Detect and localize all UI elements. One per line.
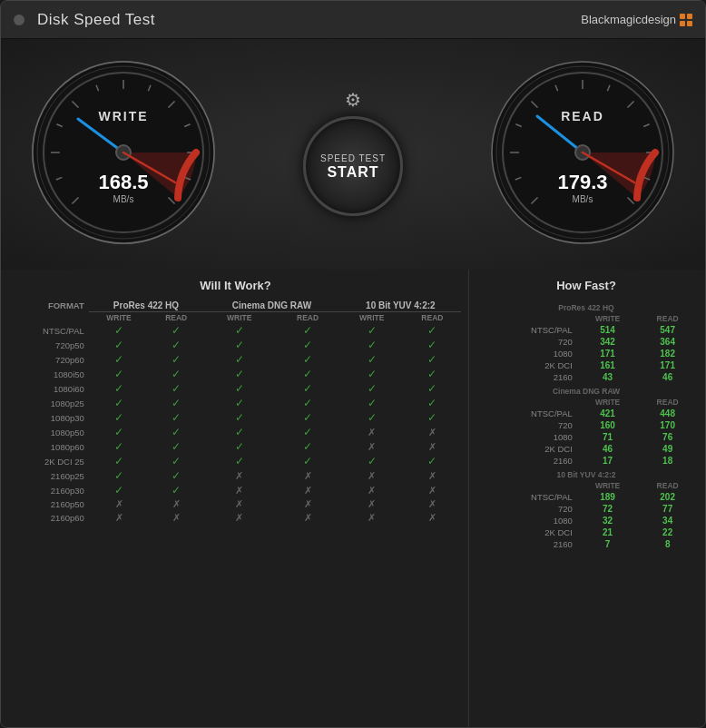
check-cell: ✓ (203, 454, 275, 468)
check-cell: ✓ (340, 367, 404, 381)
cross-cell: ✗ (149, 511, 203, 525)
table-row: 10803234 (476, 515, 696, 526)
cross-cell: ✗ (275, 511, 339, 525)
check-cell: ✓ (149, 468, 203, 483)
read-value-cell: 547 (639, 324, 696, 336)
format-cell: 2160p25 (10, 468, 89, 483)
table-row: 1080p25✓✓✓✓✓✓ (10, 396, 461, 410)
check-cell: ✓ (89, 439, 149, 454)
write-value-cell: 32 (576, 515, 640, 526)
check-cell: ✓ (89, 323, 149, 338)
format-header (476, 397, 576, 408)
format-cell: 2K DCI 25 (10, 454, 89, 468)
table-row: 2160p25✓✓✗✗✗✗ (10, 468, 461, 483)
write-header: WRITE (576, 480, 640, 491)
read-value-cell: 448 (639, 408, 696, 419)
read-value-cell: 18 (639, 455, 696, 467)
read-label: READ (561, 109, 604, 123)
read-header: READ (639, 313, 696, 324)
table-row: 2K DCI2122 (476, 526, 696, 538)
speed-test-button[interactable]: SPEED TEST START (303, 116, 403, 216)
read-value-cell: 171 (639, 359, 696, 371)
table-row: 2160p60✗✗✗✗✗✗ (10, 511, 461, 525)
format-cell: 1080p50 (10, 425, 89, 439)
check-cell: ✓ (404, 381, 461, 396)
how-fast-table: Cinema DNG RAWWRITEREADNTSC/PAL421448720… (476, 383, 696, 467)
gauges-section: WRITE 168.5 MB/s ⚙ SPEED TEST START (1, 39, 705, 270)
logo-dot (687, 14, 692, 19)
read-value-cell: 77 (639, 503, 696, 515)
read-value-cell: 182 (639, 348, 696, 359)
table-row: 2K DCI4649 (476, 443, 696, 455)
close-button[interactable] (14, 15, 25, 25)
check-cell: ✓ (203, 410, 275, 425)
table-row: 1080171182 (476, 348, 696, 359)
check-cell: ✓ (275, 323, 339, 338)
check-cell: ✓ (275, 410, 339, 425)
check-cell: ✓ (275, 352, 339, 367)
read-sub-2: READ (275, 312, 339, 324)
check-cell: ✓ (149, 381, 203, 396)
check-cell: ✓ (89, 425, 149, 439)
write-header: WRITE (576, 397, 640, 408)
cross-cell: ✗ (203, 511, 275, 525)
format-cell: 2160 (476, 455, 576, 467)
format-cell: 720 (476, 336, 576, 348)
write-value-cell: 421 (576, 408, 640, 419)
check-cell: ✓ (275, 425, 339, 439)
check-cell: ✓ (89, 352, 149, 367)
table-row: 720160170 (476, 419, 696, 431)
write-value-cell: 72 (576, 503, 640, 515)
cross-cell: ✗ (340, 483, 404, 497)
check-cell: ✓ (203, 396, 275, 410)
right-table: How Fast? ProRes 422 HQWRITEREADNTSC/PAL… (469, 270, 705, 727)
cross-cell: ✗ (404, 468, 461, 483)
read-value-cell: 170 (639, 419, 696, 431)
format-cell: 1080 (476, 515, 576, 526)
write-value-cell: 189 (576, 491, 640, 503)
check-cell: ✓ (89, 483, 149, 497)
write-value-cell: 342 (576, 336, 640, 348)
table-row: NTSC/PAL189202 (476, 491, 696, 503)
table-row: 1080p30✓✓✓✓✓✓ (10, 410, 461, 425)
check-cell: ✓ (89, 367, 149, 381)
cross-cell: ✗ (404, 483, 461, 497)
read-unit: MB/s (573, 194, 593, 204)
check-cell: ✓ (149, 338, 203, 352)
format-cell: 1080 (476, 348, 576, 359)
format-cell: 2K DCI (476, 526, 576, 538)
read-value-cell: 46 (639, 371, 696, 383)
read-value-cell: 364 (639, 336, 696, 348)
cross-cell: ✗ (89, 511, 149, 525)
check-cell: ✓ (203, 381, 275, 396)
format-cell: NTSC/PAL (476, 408, 576, 419)
cross-cell: ✗ (275, 468, 339, 483)
check-cell: ✓ (203, 425, 275, 439)
format-cell: 2160p60 (10, 511, 89, 525)
format-cell: 2K DCI (476, 359, 576, 371)
write-gauge-svg: WRITE 168.5 MB/s (28, 57, 219, 248)
read-value-cell: 76 (639, 431, 696, 443)
format-cell: 1080p60 (10, 439, 89, 454)
format-cell: 2160 (476, 538, 576, 550)
table-row: 1080p60✓✓✓✓✗✗ (10, 439, 461, 454)
table-row: NTSC/PAL421448 (476, 408, 696, 419)
format-cell: 720 (476, 503, 576, 515)
check-cell: ✓ (149, 367, 203, 381)
check-cell: ✓ (275, 338, 339, 352)
format-cell: 2160 (476, 371, 576, 383)
category-header: ProRes 422 HQ (476, 300, 696, 313)
cross-cell: ✗ (404, 511, 461, 525)
empty-th (10, 312, 89, 324)
table-row: 2160p30✓✓✗✗✗✗ (10, 483, 461, 497)
check-cell: ✓ (404, 352, 461, 367)
cross-cell: ✗ (275, 483, 339, 497)
cross-cell: ✗ (340, 425, 404, 439)
table-row: 1080i60✓✓✓✓✓✓ (10, 381, 461, 396)
format-header (476, 313, 576, 324)
will-it-work-table: FORMAT ProRes 422 HQ Cinema DNG RAW 10 B… (10, 300, 461, 525)
app-window: Disk Speed Test Blackmagicdesign (0, 0, 706, 728)
write-value-cell: 46 (576, 443, 640, 455)
logo-icon (680, 14, 692, 26)
gear-button[interactable]: ⚙ (345, 89, 361, 111)
